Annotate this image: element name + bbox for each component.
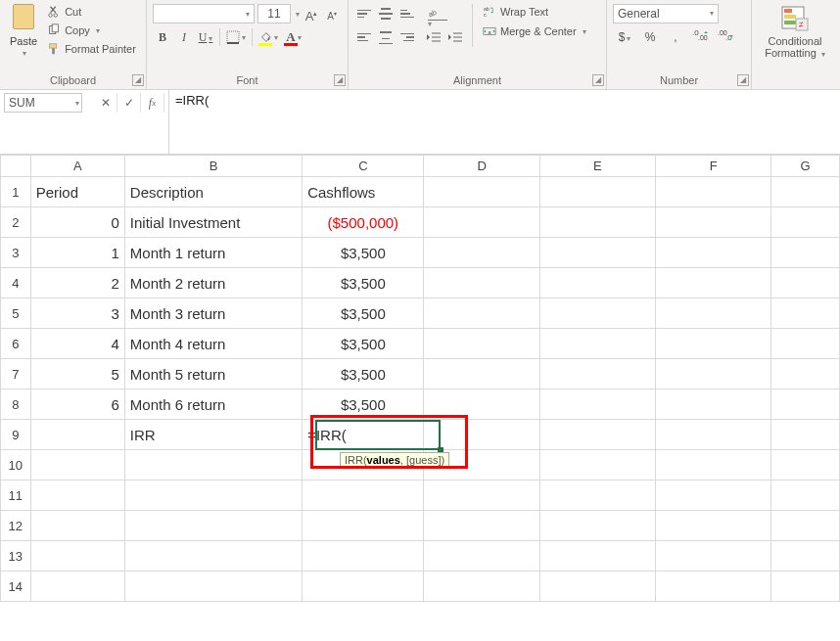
increase-indent-button[interactable] xyxy=(444,27,464,47)
merge-center-button[interactable]: a Merge & Center ▾ xyxy=(481,23,588,39)
col-header-C[interactable]: C xyxy=(303,156,424,177)
row-header[interactable]: 6 xyxy=(1,329,31,359)
cell[interactable] xyxy=(124,572,302,602)
cell[interactable] xyxy=(656,177,771,207)
row-header[interactable]: 11 xyxy=(1,481,31,511)
cell[interactable] xyxy=(539,511,655,541)
cell[interactable] xyxy=(656,389,771,420)
cell[interactable] xyxy=(539,298,655,329)
cell[interactable] xyxy=(539,450,655,481)
bold-button[interactable]: B xyxy=(153,27,172,47)
cell[interactable]: ($500,000) xyxy=(303,207,424,238)
tooltip-arg-values[interactable]: values xyxy=(367,454,400,466)
cell[interactable]: Month 5 return xyxy=(124,359,302,389)
dropdown-icon[interactable]: ▾ xyxy=(296,10,300,19)
increase-decimal-button[interactable]: .0.00 xyxy=(689,27,713,47)
cell[interactable]: Month 3 return xyxy=(124,298,302,329)
fill-color-button[interactable]: ▾ xyxy=(257,27,280,47)
cell[interactable] xyxy=(539,420,655,450)
cell[interactable] xyxy=(124,541,302,572)
cell[interactable]: $3,500 xyxy=(303,389,424,420)
cancel-formula-button[interactable]: ✕ xyxy=(94,93,117,113)
cell[interactable]: $3,500 xyxy=(303,298,424,329)
cell[interactable] xyxy=(424,572,539,602)
cell[interactable] xyxy=(656,268,771,298)
cell[interactable] xyxy=(124,511,302,541)
cell[interactable] xyxy=(771,268,840,298)
format-painter-button[interactable]: Format Painter xyxy=(45,41,138,57)
decrease-decimal-button[interactable]: .00.0 xyxy=(715,27,738,47)
cell[interactable] xyxy=(656,359,771,389)
cell[interactable] xyxy=(124,450,302,481)
cell[interactable] xyxy=(771,359,840,389)
wrap-text-button[interactable]: abc Wrap Text xyxy=(481,4,588,20)
cell[interactable] xyxy=(424,541,539,572)
cell[interactable] xyxy=(30,511,124,541)
cell[interactable] xyxy=(303,511,424,541)
cell[interactable] xyxy=(424,268,539,298)
cell[interactable]: Month 2 return xyxy=(124,268,302,298)
cell[interactable]: 1 xyxy=(30,238,124,268)
cell[interactable] xyxy=(30,420,124,450)
decrease-indent-button[interactable] xyxy=(423,27,443,47)
percent-button[interactable]: % xyxy=(638,27,662,47)
cell[interactable] xyxy=(30,541,124,572)
cell[interactable] xyxy=(539,207,655,238)
row-header[interactable]: 4 xyxy=(1,268,31,298)
cell[interactable] xyxy=(424,329,539,359)
conditional-formatting-label[interactable]: ConditionalFormatting ▾ xyxy=(765,35,825,61)
cell[interactable] xyxy=(303,481,424,511)
cell[interactable] xyxy=(656,541,771,572)
cell[interactable] xyxy=(539,329,655,359)
cell[interactable] xyxy=(656,298,771,329)
cell[interactable]: Cashflows xyxy=(303,177,424,207)
tooltip-arg-guess[interactable]: , [guess]) xyxy=(400,454,444,466)
cell[interactable] xyxy=(656,450,771,481)
row-header[interactable]: 7 xyxy=(1,359,31,389)
cell[interactable] xyxy=(771,238,840,268)
cell[interactable] xyxy=(30,572,124,602)
clipboard-dialog-launcher[interactable]: ◢ xyxy=(132,74,144,86)
align-right-button[interactable] xyxy=(397,27,417,47)
col-header-F[interactable]: F xyxy=(656,156,771,177)
row-header[interactable]: 13 xyxy=(1,541,31,572)
row-header[interactable]: 5 xyxy=(1,298,31,329)
row-header[interactable]: 8 xyxy=(1,389,31,420)
row-header[interactable]: 14 xyxy=(1,572,31,602)
cell[interactable]: 5 xyxy=(30,359,124,389)
comma-button[interactable]: , xyxy=(664,27,687,47)
name-box[interactable]: SUM ▾ xyxy=(4,93,82,113)
increase-font-button[interactable]: A▴ xyxy=(303,4,320,23)
cell[interactable] xyxy=(771,207,840,238)
cell[interactable]: Month 1 return xyxy=(124,238,302,268)
font-color-button[interactable]: A ▾ xyxy=(282,27,305,47)
cell[interactable] xyxy=(539,177,655,207)
cell[interactable] xyxy=(30,481,124,511)
cut-button[interactable]: Cut xyxy=(45,4,138,20)
cell[interactable] xyxy=(303,541,424,572)
number-dialog-launcher[interactable]: ◢ xyxy=(737,74,749,86)
cell[interactable]: 2 xyxy=(30,268,124,298)
cell[interactable] xyxy=(771,298,840,329)
cell[interactable]: IRR xyxy=(124,420,302,450)
cell[interactable] xyxy=(771,389,840,420)
cell[interactable] xyxy=(771,329,840,359)
cell[interactable] xyxy=(124,481,302,511)
align-middle-button[interactable] xyxy=(376,4,396,23)
cell[interactable] xyxy=(539,481,655,511)
font-dialog-launcher[interactable]: ◢ xyxy=(334,74,346,86)
cell[interactable] xyxy=(30,450,124,481)
cell[interactable]: 0 xyxy=(30,207,124,238)
paste-button[interactable]: Paste ▾ xyxy=(6,2,41,60)
cell[interactable]: Month 6 return xyxy=(124,389,302,420)
cell[interactable] xyxy=(539,389,655,420)
row-header[interactable]: 1 xyxy=(1,177,31,207)
cell[interactable] xyxy=(656,572,771,602)
conditional-formatting-icon[interactable]: ≠ xyxy=(780,4,810,33)
cell[interactable]: $3,500 xyxy=(303,329,424,359)
number-format-dropdown[interactable]: General ▾ xyxy=(613,4,719,23)
cell[interactable] xyxy=(656,329,771,359)
currency-button[interactable]: $▾ xyxy=(613,27,636,47)
row-header[interactable]: 9 xyxy=(1,420,31,450)
row-header[interactable]: 2 xyxy=(1,207,31,238)
